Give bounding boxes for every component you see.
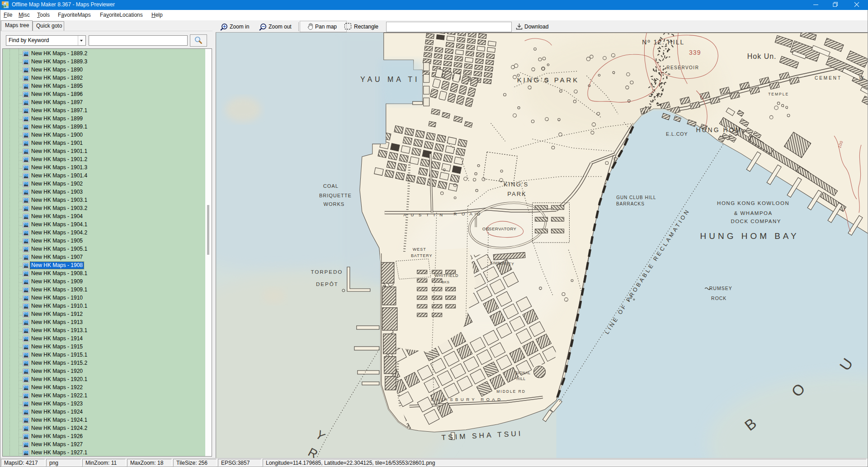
svg-text:339: 339: [689, 49, 701, 56]
svg-text:HUNG HOM BAY: HUNG HOM BAY: [700, 231, 799, 241]
svg-text:WEST: WEST: [413, 247, 426, 252]
svg-text:BKS: BKS: [442, 280, 449, 284]
svg-text:TORPEDO: TORPEDO: [311, 269, 343, 275]
svg-text:PARK: PARK: [507, 191, 526, 197]
svg-text:ROCK: ROCK: [711, 296, 726, 301]
svg-text:BATTERY: BATTERY: [411, 253, 433, 258]
svg-text:YAU MA TI: YAU MA TI: [360, 76, 420, 83]
svg-text:CEMENT: CEMENT: [815, 76, 842, 81]
svg-text:Nº 12. HILL: Nº 12. HILL: [642, 38, 684, 46]
svg-text:WHITFIELD: WHITFIELD: [434, 273, 458, 278]
svg-text:OBSERVATORY: OBSERVATORY: [482, 226, 517, 231]
svg-text:& WHAMPOA: & WHAMPOA: [734, 210, 773, 216]
svg-text:KING’S: KING’S: [504, 181, 528, 188]
svg-text:W: W: [859, 76, 863, 81]
svg-text:RUMSEY: RUMSEY: [709, 286, 732, 291]
svg-text:KING’S PARK: KING’S PARK: [517, 76, 580, 84]
svg-text:WORKS: WORKS: [324, 201, 345, 207]
svg-text:TEMPLE: TEMPLE: [768, 92, 789, 96]
svg-text:DOCK COMPANY: DOCK COMPANY: [731, 219, 781, 224]
svg-text:Hok Un.: Hok Un.: [747, 52, 777, 60]
svg-text:HILL: HILL: [517, 376, 526, 381]
svg-text:COAL: COAL: [323, 183, 339, 189]
svg-text:GUN CLUB HILL: GUN CLUB HILL: [616, 195, 656, 200]
svg-text:R O A D: R O A D: [453, 211, 481, 216]
svg-text:A U S T I N: A U S T I N: [403, 212, 444, 217]
svg-text:HONG KONG KOWLOON: HONG KONG KOWLOON: [717, 200, 789, 206]
svg-text:MIDDLE RD: MIDDLE RD: [496, 389, 526, 394]
svg-text:DEPÔT: DEPÔT: [316, 281, 339, 287]
svg-text:HUNG HOM: HUNG HOM: [696, 126, 742, 133]
svg-text:RESERVOIR: RESERVOIR: [666, 65, 699, 70]
svg-text:SIGNAL: SIGNAL: [515, 371, 530, 375]
svg-text:BRIQUETTE: BRIQUETTE: [319, 193, 352, 198]
svg-text:BARRACKS: BARRACKS: [616, 201, 645, 206]
svg-text:SALISBURY ROAD: SALISBURY ROAD: [431, 397, 503, 402]
svg-text:E.L.COY: E.L.COY: [666, 132, 688, 137]
